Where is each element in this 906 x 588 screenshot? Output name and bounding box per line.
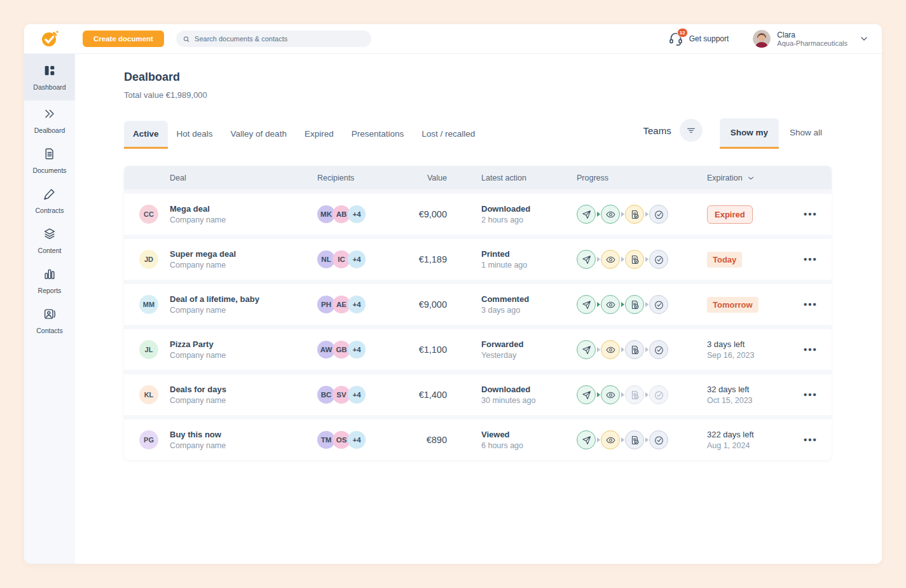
progress-step-check-circle-icon[interactable] — [649, 340, 668, 359]
recipient-more-chip[interactable]: +4 — [348, 205, 366, 223]
progress-connector — [645, 392, 649, 397]
table-row[interactable]: JLPizza PartyCompany nameAWGB+4€1,100For… — [124, 329, 832, 370]
progress-step-send-icon[interactable] — [577, 385, 596, 404]
progress-steps — [577, 250, 707, 269]
create-document-button[interactable]: Create document — [83, 31, 164, 47]
progress-step-send-icon[interactable] — [577, 430, 596, 449]
progress-step-document-check-icon[interactable] — [625, 295, 644, 314]
progress-step-document-check-icon[interactable] — [625, 430, 644, 449]
main-content: Dealboard Total value €1,989,000 ActiveH… — [75, 54, 882, 564]
deal-avatar: CC — [139, 205, 158, 224]
progress-step-send-icon[interactable] — [577, 250, 596, 269]
contracts-icon — [43, 187, 57, 203]
progress-steps — [577, 385, 707, 404]
progress-step-send-icon[interactable] — [577, 295, 596, 314]
tab-active[interactable]: Active — [124, 121, 168, 149]
progress-step-check-circle-icon[interactable] — [649, 250, 668, 269]
deal-company: Company name — [170, 306, 259, 315]
progress-step-check-circle-icon[interactable] — [649, 430, 668, 449]
recipient-more-chip[interactable]: +4 — [348, 296, 366, 313]
progress-step-document-check-icon[interactable] — [625, 205, 644, 224]
search-input[interactable] — [195, 35, 365, 43]
dashboard-icon — [43, 64, 57, 80]
teams-filter[interactable]: Teams — [643, 119, 703, 148]
column-header-recipients: Recipients — [317, 174, 418, 182]
sidebar-item-contracts[interactable]: Contracts — [24, 181, 75, 221]
progress-connector — [597, 347, 600, 352]
row-menu-button[interactable]: ••• — [804, 209, 818, 219]
deal-avatar: JL — [139, 340, 158, 359]
search-icon — [182, 35, 190, 43]
tab-expired[interactable]: Expired — [296, 121, 343, 149]
deal-avatar: KL — [139, 385, 158, 404]
documents-icon — [43, 147, 57, 163]
tab-hot-deals[interactable]: Hot deals — [168, 121, 222, 149]
show-my-toggle[interactable]: Show my — [720, 118, 779, 149]
progress-step-eye-icon[interactable] — [601, 340, 620, 359]
filter-controls: Teams Show my Show all — [643, 118, 833, 149]
progress-step-check-circle-icon[interactable] — [649, 295, 668, 314]
recipient-more-chip[interactable]: +4 — [348, 386, 366, 404]
progress-step-send-icon[interactable] — [577, 205, 596, 224]
progress-step-document-check-icon[interactable] — [625, 250, 644, 269]
sidebar-item-documents[interactable]: Documents — [24, 140, 75, 181]
progress-step-eye-icon[interactable] — [601, 295, 620, 314]
latest-action-time: 30 minutes ago — [481, 396, 577, 405]
row-menu-button[interactable]: ••• — [804, 344, 818, 355]
progress-step-eye-icon[interactable] — [601, 385, 620, 404]
column-header-progress: Progress — [577, 174, 707, 182]
progress-step-eye-icon[interactable] — [601, 430, 620, 449]
progress-step-document-check-icon[interactable] — [625, 385, 644, 404]
avatar — [753, 30, 771, 48]
sidebar-item-content[interactable]: Content — [24, 221, 75, 261]
table-row[interactable]: MMDeal of a lifetime, babyCompany namePH… — [124, 284, 832, 325]
table-row[interactable]: CCMega dealCompany nameMKAB+4€9,000Downl… — [124, 194, 832, 235]
expiration-badge: Today — [707, 252, 742, 268]
progress-connector — [621, 392, 624, 397]
progress-connector — [645, 212, 649, 217]
filter-icon[interactable] — [680, 119, 703, 142]
sidebar: DashboardDealboardDocumentsContractsCont… — [24, 54, 75, 564]
search-bar[interactable] — [176, 31, 371, 47]
tab-lost-recalled[interactable]: Lost / recalled — [413, 121, 484, 149]
row-menu-button[interactable]: ••• — [804, 299, 818, 310]
app-logo-icon[interactable] — [39, 29, 60, 49]
recipient-more-chip[interactable]: +4 — [348, 341, 366, 359]
content-icon — [43, 227, 57, 243]
progress-connector — [645, 257, 649, 262]
row-menu-button[interactable]: ••• — [804, 389, 818, 400]
user-menu[interactable]: Clara Aqua-Pharmaceuticals — [753, 30, 869, 48]
table-row[interactable]: KLDeals for daysCompany nameBCSV+4€1,400… — [124, 374, 832, 415]
tab-presentations[interactable]: Presentations — [343, 121, 413, 149]
sidebar-item-dashboard[interactable]: Dashboard — [24, 54, 75, 100]
progress-steps — [577, 430, 707, 449]
recipient-more-chip[interactable]: +4 — [348, 431, 366, 449]
deal-company: Company name — [170, 396, 226, 405]
dealboard-icon — [43, 107, 57, 123]
chevron-down-icon[interactable] — [859, 34, 869, 44]
progress-connector — [621, 437, 624, 442]
column-header-value: Value — [418, 174, 481, 182]
table-row[interactable]: JDSuper mega dealCompany nameNLIC+4€1,18… — [124, 239, 832, 280]
progress-step-document-check-icon[interactable] — [625, 340, 644, 359]
table-row[interactable]: PGBuy this nowCompany nameTMOS+4€890View… — [124, 420, 832, 460]
sidebar-item-reports[interactable]: Reports — [24, 261, 75, 301]
progress-steps — [577, 205, 707, 224]
row-menu-button[interactable]: ••• — [804, 254, 818, 264]
sidebar-item-contacts[interactable]: Contacts — [24, 301, 75, 341]
column-header-expiration[interactable]: Expiration — [707, 174, 800, 182]
deal-value: €1,400 — [418, 390, 481, 400]
progress-step-send-icon[interactable] — [577, 340, 596, 359]
progress-step-check-circle-icon[interactable] — [649, 385, 668, 404]
sidebar-item-dealboard[interactable]: Dealboard — [24, 100, 75, 140]
tab-valley-of-death[interactable]: Valley of death — [222, 121, 296, 149]
progress-step-check-circle-icon[interactable] — [649, 205, 668, 224]
get-support-button[interactable]: 12 Get support — [668, 31, 729, 46]
progress-connector — [621, 302, 624, 307]
progress-step-eye-icon[interactable] — [601, 205, 620, 224]
progress-step-eye-icon[interactable] — [601, 250, 620, 269]
row-menu-button[interactable]: ••• — [804, 434, 818, 445]
recipient-more-chip[interactable]: +4 — [348, 250, 366, 268]
contacts-icon — [43, 307, 57, 324]
show-all-toggle[interactable]: Show all — [779, 118, 833, 149]
